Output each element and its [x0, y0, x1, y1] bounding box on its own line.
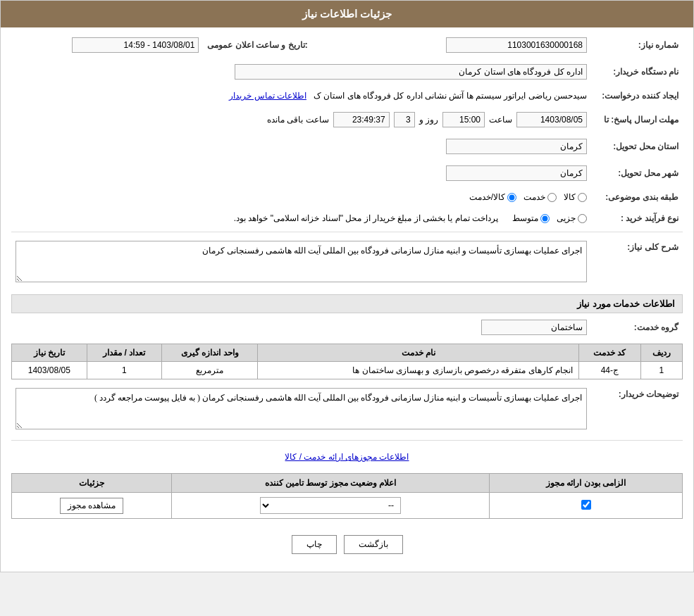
process-desc: پرداخت تمام یا بخشی از مبلغ خریدار از مح… [234, 213, 498, 223]
col-row-num: ردیف [640, 344, 682, 362]
category-kala-khedmat-option[interactable]: کالا/خدمت [469, 192, 516, 202]
info-section-3: ایجاد کننده درخواست: سیدحسن ریاضی ایراتو… [11, 88, 683, 103]
category-kala-khedmat-radio[interactable] [507, 193, 516, 202]
page-header: جزئیات اطلاعات نیاز [1, 1, 693, 27]
deadline-remaining-input[interactable] [333, 112, 390, 127]
permits-status-select[interactable]: -- [260, 497, 401, 514]
info-section-8: نوع فرآیند خرید : جزیی متوسط پرداخت تمام… [11, 210, 683, 226]
page-wrapper: جزئیات اطلاعات نیاز شماره نیاز: تاریخ و … [0, 0, 694, 572]
page-title: جزئیات اطلاعات نیاز [302, 8, 392, 20]
back-button[interactable]: بازگشت [344, 535, 403, 554]
need-number-label: شماره نیاز: [591, 34, 683, 56]
process-mottaset-option[interactable]: متوسط [512, 213, 550, 223]
col-quantity: تعداد / مقدار [87, 344, 161, 362]
category-kala-radio[interactable] [578, 193, 587, 202]
buyer-org-label: نام دستگاه خریدار: [591, 61, 683, 82]
permits-row: -- مشاهده مجوز [12, 493, 683, 519]
process-jezei-label: جزیی [557, 213, 576, 223]
cell-name: انجام کارهای متفرقه درخصوص بازسازی و بهس… [258, 362, 579, 379]
deadline-days-input[interactable] [394, 112, 415, 127]
need-desc-label: شرح کلی نیاز: [591, 238, 683, 287]
col-unit: واحد اندازه گیری [162, 344, 258, 362]
info-section-5: استان محل تحویل: [11, 136, 683, 157]
category-khedmat-radio[interactable] [547, 193, 557, 202]
divider-2 [11, 440, 683, 441]
permits-required-checkbox[interactable] [581, 500, 591, 510]
divider-1 [11, 232, 683, 232]
need-desc-textarea[interactable]: اجرای عملیات بهسازی تأسیسات و ابنیه مناز… [16, 241, 587, 282]
deadline-time-input[interactable] [442, 112, 485, 127]
permits-col3: جزئیات [12, 474, 172, 493]
bottom-buttons: بازگشت چاپ [11, 524, 683, 565]
category-khedmat-label: خدمت [523, 192, 545, 202]
info-section-1: شماره نیاز: تاریخ و ساعت اعلان عمومی: [11, 34, 683, 56]
service-group-section: گروه خدمت: [11, 317, 683, 338]
cell-row: 1 [640, 362, 682, 379]
buyer-org-input[interactable] [235, 64, 587, 80]
creator-contact-link[interactable]: اطلاعات تماس خریدار [229, 91, 306, 101]
process-jezei-option[interactable]: جزیی [557, 213, 587, 223]
process-mottaset-label: متوسط [512, 213, 538, 223]
remaining-label: ساعت باقی مانده [267, 115, 329, 125]
announce-date-label: تاریخ و ساعت اعلان عمومی: [203, 34, 344, 56]
need-number-input[interactable] [446, 37, 587, 53]
category-label: طبقه بندی موضوعی: [591, 189, 683, 205]
days-label: روز و [419, 115, 438, 125]
category-kala-option[interactable]: کالا [564, 192, 587, 202]
permits-required-cell [490, 493, 683, 519]
category-kala-label: کالا [564, 192, 576, 202]
services-table: ردیف کد خدمت نام خدمت واحد اندازه گیری ت… [11, 344, 683, 379]
main-content: شماره نیاز: تاریخ و ساعت اعلان عمومی: نا… [1, 27, 693, 572]
process-label: نوع فرآیند خرید : [591, 210, 683, 226]
city-label: شهر محل تحویل: [591, 163, 683, 184]
info-section-6: شهر محل تحویل: [11, 163, 683, 184]
category-kala-khedmat-label: کالا/خدمت [469, 192, 505, 202]
permits-details-cell: مشاهده مجوز [12, 493, 172, 519]
deadline-date-input[interactable] [516, 112, 587, 127]
cell-code: ج-44 [579, 362, 641, 379]
announce-date-input[interactable] [72, 37, 199, 53]
province-input[interactable] [446, 139, 587, 154]
process-mottaset-radio[interactable] [540, 214, 550, 223]
permits-status-cell: -- [171, 493, 489, 519]
info-section-9: شرح کلی نیاز: اجرای عملیات بهسازی تأسیسا… [11, 238, 683, 287]
cell-date: 1403/08/05 [12, 362, 87, 379]
print-button[interactable]: چاپ [292, 535, 337, 554]
col-service-code: کد خدمت [579, 344, 641, 362]
col-date: تاریخ نیاز [12, 344, 87, 362]
creator-value: سیدحسن ریاضی ایراتور سیستم ها آتش نشانی … [314, 91, 587, 101]
info-section-2: نام دستگاه خریدار: [11, 61, 683, 82]
permits-link[interactable]: اطلاعات مجوزهای ارائه خدمت / کالا [11, 446, 683, 467]
process-jezei-radio[interactable] [578, 214, 587, 223]
response-deadline-label: مهلت ارسال پاسخ: تا [591, 109, 683, 130]
view-permit-button[interactable]: مشاهده مجوز [60, 498, 123, 514]
services-section-title: اطلاعات خدمات مورد نیاز [11, 294, 683, 313]
cell-unit: مترمربع [162, 362, 258, 379]
category-khedmat-option[interactable]: خدمت [523, 192, 557, 202]
service-group-input[interactable] [481, 320, 587, 335]
info-section-7: طبقه بندی موضوعی: کالا خدمت [11, 189, 683, 205]
cell-quantity: 1 [87, 362, 161, 379]
province-label: استان محل تحویل: [591, 136, 683, 157]
buyer-notes-label: توضیحات خریدار: [591, 385, 683, 434]
creator-label: ایجاد کننده درخواست: [591, 88, 683, 103]
permits-col1: الزامی بودن ارائه مجوز [490, 474, 683, 493]
time-label: ساعت [489, 115, 512, 125]
col-service-name: نام خدمت [258, 344, 579, 362]
permits-table: الزامی بودن ارائه مجوز اعلام وضعیت مجوز … [11, 473, 683, 519]
info-section-4: مهلت ارسال پاسخ: تا ساعت روز و ساعت باقی… [11, 109, 683, 130]
table-row: 1 ج-44 انجام کارهای متفرقه درخصوص بازساز… [12, 362, 683, 379]
city-input[interactable] [446, 165, 587, 181]
buyer-notes-textarea[interactable]: اجرای عملیات بهسازی تأسیسات و ابنیه مناز… [16, 388, 587, 429]
permits-col2: اعلام وضعیت مجوز توسط تامین کننده [171, 474, 489, 493]
buyer-notes-section: توضیحات خریدار: اجرای عملیات بهسازی تأسی… [11, 385, 683, 434]
service-group-label: گروه خدمت: [591, 317, 683, 338]
